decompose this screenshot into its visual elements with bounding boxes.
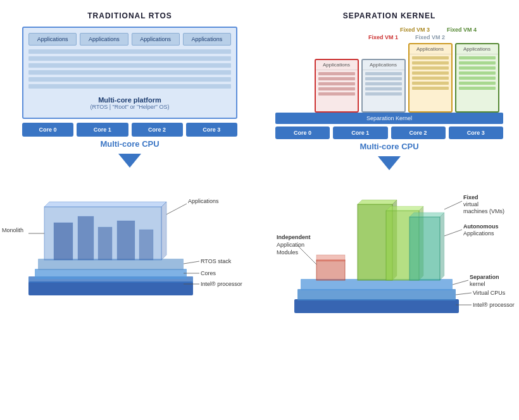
vm2-box: Applications: [361, 59, 406, 113]
svg-text:Applications: Applications: [188, 198, 219, 204]
rtos-apps-row: Applications Applications Applications A…: [28, 33, 231, 46]
vm-labels-row: Fixed VM 1 Fixed VM 2: [327, 34, 453, 40]
rtos-line-5: [28, 77, 231, 82]
svg-line-50: [456, 293, 472, 295]
svg-text:Application: Application: [277, 242, 304, 248]
svg-marker-35: [440, 213, 444, 280]
sk-core-1: Core 1: [333, 127, 387, 139]
left-illustration: Monolith Applications RTOS stack Cores I…: [22, 175, 237, 302]
svg-text:virtual: virtual: [463, 201, 478, 207]
left-title: TRADITIONAL RTOS: [87, 11, 172, 20]
left-core-0: Core 0: [22, 123, 73, 137]
svg-text:Independent: Independent: [277, 234, 311, 240]
svg-marker-31: [386, 206, 423, 211]
vm3-top-label: Fixed VM 3: [393, 27, 437, 33]
svg-rect-30: [386, 211, 419, 280]
left-illus-svg: Monolith Applications RTOS stack Cores I…: [22, 175, 237, 302]
sk-core-2: Core 2: [391, 127, 446, 139]
svg-marker-5: [44, 202, 166, 207]
svg-rect-0: [28, 281, 193, 295]
svg-rect-10: [117, 221, 135, 260]
svg-text:RTOS stack: RTOS stack: [201, 258, 232, 264]
left-cores-bar: Core 0 Core 1 Core 2 Core 3: [22, 123, 237, 137]
right-illus-svg: Fixed virtual machines (VMs) Autonomous …: [275, 179, 503, 318]
vm2-app-label: Applications: [363, 60, 404, 70]
rtos-platform-label: Multi-core platform (RTOS | "Root" or "H…: [28, 92, 231, 113]
vm-top-labels: Fixed VM 3 Fixed VM 4: [295, 27, 484, 33]
svg-rect-23: [297, 289, 456, 300]
left-core-1: Core 1: [77, 123, 128, 137]
rtos-line-6: [28, 84, 231, 89]
svg-rect-27: [358, 204, 392, 280]
svg-line-43: [297, 245, 316, 264]
svg-text:Monolith: Monolith: [2, 227, 23, 233]
svg-line-40: [444, 230, 462, 236]
vm1-label: Fixed VM 1: [361, 34, 406, 40]
rtos-line-2: [28, 56, 231, 61]
vm4-top-label: Fixed VM 4: [440, 27, 484, 33]
vm3-app-label: Applications: [410, 44, 451, 54]
svg-text:Intel® processor: Intel® processor: [201, 281, 242, 287]
svg-text:Cores: Cores: [201, 270, 216, 276]
svg-rect-2: [35, 269, 187, 279]
svg-text:kernel: kernel: [470, 281, 485, 287]
svg-rect-4: [44, 207, 161, 260]
svg-text:Fixed: Fixed: [463, 194, 478, 201]
svg-rect-3: [38, 259, 184, 270]
sk-core-3: Core 3: [449, 127, 503, 139]
vm4-box: Applications: [455, 43, 499, 113]
svg-rect-8: [78, 216, 94, 260]
rtos-line-4: [28, 70, 231, 75]
svg-rect-7: [54, 223, 73, 260]
svg-rect-22: [294, 299, 459, 313]
svg-rect-24: [301, 279, 453, 290]
vm2-label: Fixed VM 2: [408, 34, 453, 40]
svg-text:machines (VMs): machines (VMs): [463, 208, 504, 214]
rtos-line-1: [28, 49, 231, 54]
sk-vms-row: Applications Applications: [280, 43, 499, 113]
vm1-lines: [316, 70, 358, 111]
left-panel: TRADITIONAL RTOS Applications Applicatio…: [0, 0, 260, 420]
app-box-3: Applications: [183, 33, 231, 46]
right-panel: SEPARATION KERNEL Fixed VM 3 Fixed VM 4 …: [260, 0, 519, 420]
svg-line-36: [444, 201, 462, 209]
sk-core-0: Core 0: [275, 127, 330, 139]
svg-line-16: [184, 261, 199, 264]
svg-text:Intel® processor: Intel® processor: [473, 302, 515, 308]
left-core-3: Core 3: [186, 123, 237, 137]
left-cpu-label: Multi-core CPU: [100, 139, 159, 149]
app-box-1: Applications: [80, 33, 128, 46]
vm1-box: Applications: [315, 59, 359, 113]
left-core-2: Core 2: [132, 123, 183, 137]
left-arrow-down: [118, 154, 141, 168]
rtos-lines: [28, 49, 231, 89]
rtos-diagram: Applications Applications Applications A…: [22, 27, 237, 119]
right-title: SEPARATION KERNEL: [343, 11, 436, 20]
rtos-line-3: [28, 63, 231, 68]
svg-text:Autonomous: Autonomous: [463, 223, 499, 230]
right-cpu-label: Multi-core CPU: [360, 142, 418, 151]
vm3-lines: [410, 54, 451, 111]
main-container: TRADITIONAL RTOS Applications Applicatio…: [0, 0, 519, 420]
svg-rect-11: [139, 230, 153, 260]
svg-rect-25: [316, 260, 345, 280]
svg-marker-28: [358, 200, 397, 204]
svg-rect-9: [98, 227, 112, 260]
sk-cores-bar: Core 0 Core 1 Core 2 Core 3: [275, 127, 503, 139]
svg-text:Separation: Separation: [470, 274, 499, 280]
svg-marker-32: [419, 206, 423, 280]
svg-rect-26: [316, 255, 345, 261]
right-illustration: Fixed virtual machines (VMs) Autonomous …: [275, 179, 503, 318]
vm3-box: Applications: [408, 43, 453, 113]
svg-line-47: [453, 280, 468, 285]
vm4-lines: [456, 54, 498, 111]
vm2-lines: [363, 70, 404, 111]
right-arrow-down: [378, 156, 401, 170]
svg-text:Applications: Applications: [463, 230, 494, 237]
svg-marker-34: [410, 213, 444, 217]
vm4-app-label: Applications: [456, 44, 498, 54]
svg-marker-6: [161, 202, 166, 260]
app-box-0: Applications: [28, 33, 77, 46]
svg-rect-1: [28, 276, 193, 283]
sk-bar: Separation Kernel: [275, 113, 503, 124]
